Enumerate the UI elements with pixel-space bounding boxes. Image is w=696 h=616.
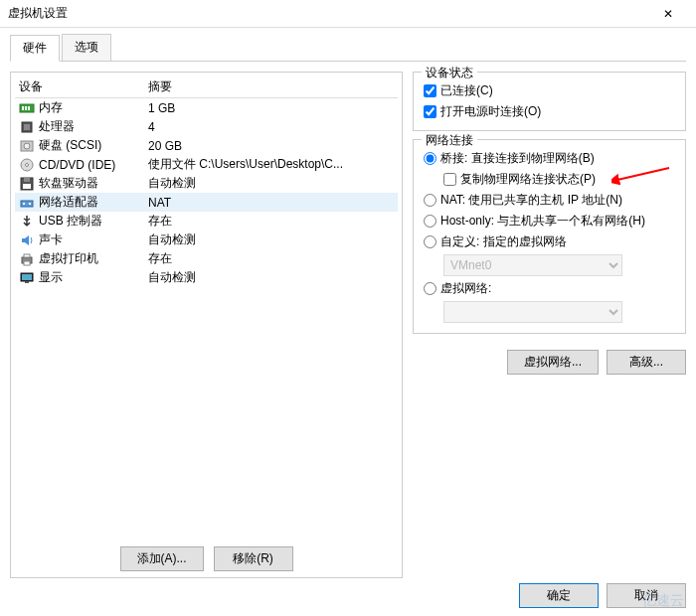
svg-rect-11 [24, 178, 30, 182]
nat-label: NAT: 使用已共享的主机 IP 地址(N) [440, 192, 622, 209]
table-row[interactable]: 虚拟打印机存在 [15, 249, 398, 268]
printer-icon [19, 251, 35, 267]
table-row[interactable]: CD/DVD (IDE)使用文件 C:\Users\User\Desktop\C… [15, 155, 398, 174]
custom-label: 自定义: 指定的虚拟网络 [440, 233, 567, 250]
cpu-icon [19, 119, 35, 135]
bridged-label: 桥接: 直接连接到物理网络(B) [440, 150, 595, 167]
table-row[interactable]: 处理器4 [15, 117, 398, 136]
cancel-button[interactable]: 取消 [607, 583, 686, 608]
replicate-row[interactable]: 复制物理网络连接状态(P) [443, 169, 675, 190]
device-name: 硬盘 (SCSI) [39, 137, 101, 154]
device-status-title: 设备状态 [422, 65, 477, 81]
hostonly-radio-row[interactable]: Host-only: 与主机共享一个私有网络(H) [424, 211, 675, 231]
connected-label: 已连接(C) [440, 82, 493, 99]
network-connection-group: 网络连接 桥接: 直接连接到物理网络(B) 复制物理网络连接状态(P) NAT:… [413, 139, 686, 334]
svg-point-7 [24, 143, 30, 149]
device-name: 显示 [39, 269, 63, 286]
device-summary: 20 GB [144, 139, 398, 153]
ok-button[interactable]: 确定 [519, 583, 599, 608]
device-summary: 4 [144, 120, 398, 134]
device-summary: 自动检测 [144, 231, 398, 248]
device-name: CD/DVD (IDE) [39, 158, 115, 172]
column-header-device[interactable]: 设备 [15, 78, 144, 95]
close-icon: ✕ [663, 7, 673, 21]
device-summary: 存在 [144, 250, 398, 267]
memory-icon [19, 100, 35, 116]
usb-icon [19, 214, 35, 230]
connected-checkbox-row[interactable]: 已连接(C) [424, 80, 675, 101]
window-title: 虚拟机设置 [8, 5, 648, 22]
device-name: USB 控制器 [39, 213, 102, 230]
network-icon [19, 195, 35, 211]
device-name: 软盘驱动器 [39, 175, 98, 192]
svg-point-9 [26, 163, 29, 166]
remove-button[interactable]: 移除(R) [214, 546, 293, 571]
bridged-radio-row[interactable]: 桥接: 直接连接到物理网络(B) [424, 148, 675, 169]
svg-rect-14 [23, 203, 25, 205]
table-row[interactable]: USB 控制器存在 [15, 212, 398, 231]
virtual-select [443, 301, 622, 323]
connect-at-power-checkbox[interactable] [424, 105, 436, 118]
device-status-group: 设备状态 已连接(C) 打开电源时连接(O) [413, 72, 686, 131]
vmnet-select: VMnet0 [443, 254, 622, 276]
cd-icon [19, 157, 35, 173]
device-summary: NAT [144, 196, 398, 210]
device-name: 虚拟打印机 [39, 250, 98, 267]
svg-rect-13 [21, 201, 33, 207]
custom-radio[interactable] [424, 235, 436, 248]
device-summary: 使用文件 C:\Users\User\Desktop\C... [144, 156, 398, 173]
tab-bar: 硬件 选项 [10, 34, 686, 62]
floppy-icon [19, 176, 35, 192]
device-name: 内存 [39, 99, 63, 116]
tab-options[interactable]: 选项 [62, 34, 111, 61]
svg-rect-2 [25, 106, 27, 110]
device-name: 声卡 [39, 231, 63, 248]
sound-icon [19, 232, 35, 248]
tab-hardware[interactable]: 硬件 [10, 35, 60, 62]
table-row[interactable]: 硬盘 (SCSI)20 GB [15, 136, 398, 155]
table-row[interactable]: 软盘驱动器自动检测 [15, 174, 398, 193]
display-icon [19, 270, 35, 286]
column-header-summary[interactable]: 摘要 [144, 78, 398, 95]
close-button[interactable]: ✕ [648, 0, 688, 28]
replicate-checkbox[interactable] [443, 173, 456, 186]
connect-at-power-label: 打开电源时连接(O) [440, 103, 541, 120]
custom-radio-row[interactable]: 自定义: 指定的虚拟网络 [424, 231, 675, 252]
device-summary: 1 GB [144, 101, 398, 115]
svg-rect-17 [24, 254, 30, 257]
nat-radio[interactable] [424, 194, 436, 207]
svg-rect-12 [23, 184, 31, 189]
table-row[interactable]: 显示自动检测 [15, 268, 398, 287]
hardware-list-panel: 设备 摘要 内存1 GB处理器4硬盘 (SCSI)20 GBCD/DVD (ID… [10, 72, 403, 578]
device-name: 处理器 [39, 118, 75, 135]
device-name: 网络适配器 [39, 194, 98, 211]
table-row[interactable]: 声卡自动检测 [15, 231, 398, 249]
svg-rect-3 [28, 106, 30, 110]
table-row[interactable]: 网络适配器NAT [15, 193, 398, 212]
svg-rect-5 [24, 124, 30, 130]
device-summary: 自动检测 [144, 175, 398, 192]
svg-rect-1 [22, 106, 24, 110]
add-button[interactable]: 添加(A)... [120, 546, 204, 571]
bridged-radio[interactable] [424, 152, 436, 165]
connected-checkbox[interactable] [424, 84, 436, 97]
connect-at-power-row[interactable]: 打开电源时连接(O) [424, 101, 675, 122]
network-title: 网络连接 [422, 132, 477, 149]
virtual-label: 虚拟网络: [440, 280, 491, 297]
disk-icon [19, 138, 35, 154]
virtual-radio-row[interactable]: 虚拟网络: [424, 278, 675, 299]
table-row[interactable]: 内存1 GB [15, 98, 398, 117]
advanced-button[interactable]: 高级... [607, 350, 686, 375]
svg-rect-18 [24, 261, 30, 265]
virtual-radio[interactable] [424, 282, 436, 295]
device-summary: 自动检测 [144, 269, 398, 286]
hostonly-radio[interactable] [424, 215, 436, 228]
replicate-label: 复制物理网络连接状态(P) [460, 171, 596, 188]
device-summary: 存在 [144, 213, 398, 230]
virtual-network-button[interactable]: 虚拟网络... [507, 350, 599, 375]
svg-rect-21 [25, 281, 29, 283]
svg-rect-15 [29, 203, 31, 205]
svg-rect-20 [22, 274, 32, 280]
nat-radio-row[interactable]: NAT: 使用已共享的主机 IP 地址(N) [424, 190, 675, 211]
hostonly-label: Host-only: 与主机共享一个私有网络(H) [440, 213, 645, 230]
